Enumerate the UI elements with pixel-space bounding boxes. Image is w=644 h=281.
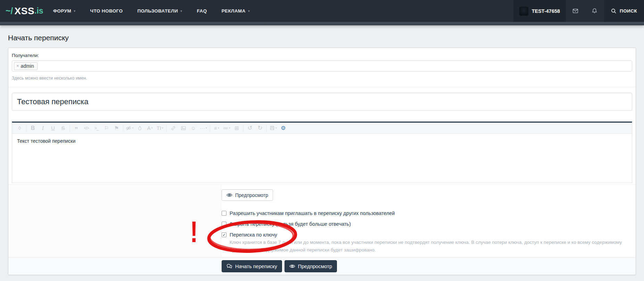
toolbar-separator (166, 125, 167, 131)
align-button[interactable]: ≡ ▾ (212, 124, 222, 133)
link-button[interactable] (168, 124, 178, 133)
align-icon: ≡ (214, 125, 217, 131)
top-navbar: ~/ XSS .is ФОРУМ ▾ ЧТО НОВОГО ПОЛЬЗОВАТЕ… (0, 0, 644, 22)
recipients-input[interactable]: × admin (12, 60, 632, 72)
recipient-token[interactable]: × admin (14, 62, 38, 70)
preview-button[interactable]: Предпросмотр (222, 189, 273, 201)
font-color-icon: A (147, 125, 150, 131)
navbar-right: TEST-47658 ПОИСК (513, 0, 644, 22)
menu-label: ПОЛЬЗОВАТЕЛИ (137, 8, 178, 14)
droplet-icon (137, 125, 142, 131)
search-icon (611, 8, 617, 14)
spoiler-button[interactable]: ▾ (125, 124, 135, 133)
footer-preview-button[interactable]: Предпросмотр (284, 260, 337, 272)
underline-icon[interactable]: U (48, 124, 58, 133)
conversation-title-input[interactable] (12, 93, 632, 111)
key-conversation-checkbox-row[interactable]: ✓ Переписка по ключу (222, 232, 629, 238)
chat-bubbles-icon (226, 263, 232, 269)
floppy-icon (270, 125, 275, 131)
options-section: Предпросмотр Разрешить участникам пригла… (8, 184, 636, 257)
username: TEST-47658 (532, 8, 560, 14)
font-color-button[interactable]: A ▾ (145, 124, 155, 133)
eye-slash-icon (126, 125, 131, 131)
menu-label: РЕКЛАМА (222, 8, 246, 14)
recipients-help: Здесь можно ввести несколько имен. (12, 76, 632, 81)
menu-item-forum[interactable]: ФОРУМ ▾ (53, 8, 76, 14)
conversation-form: Получатели: × admin Здесь можно ввести н… (8, 48, 636, 275)
menu-item-ads[interactable]: РЕКЛАМА ▾ (222, 8, 250, 14)
options-label-column (8, 185, 221, 257)
main-menu: ФОРУМ ▾ ЧТО НОВОГО ПОЛЬЗОВАТЕЛИ ▾ FAQ РЕ… (53, 0, 250, 22)
checkbox-label: Разрешить участникам приглашать в перепи… (230, 210, 395, 216)
chevron-down-icon: ▾ (248, 9, 250, 13)
strikethrough-icon[interactable]: S (58, 124, 68, 133)
user-menu[interactable]: TEST-47658 (513, 0, 566, 22)
table-icon[interactable]: ⊞ (232, 124, 242, 133)
chevron-down-icon: ▾ (180, 9, 182, 13)
image-icon (181, 125, 186, 131)
toolbar-separator (266, 125, 267, 131)
quote-icon[interactable]: ” (71, 124, 81, 133)
chevron-down-icon: ▾ (218, 126, 219, 130)
message-body-input[interactable]: Текст тестовой переписки (12, 134, 632, 183)
chevron-down-icon: ▾ (74, 9, 75, 13)
editor-toolbar: ◊ B I U S ” </> >_ ⚐ ⚑ ▾ (12, 123, 632, 134)
drafts-button[interactable]: ▾ (268, 124, 278, 133)
list-icon: ≔ (223, 125, 228, 131)
italic-icon[interactable]: I (38, 124, 48, 133)
preview-button-label: Предпросмотр (235, 192, 268, 198)
settings-gear-icon[interactable]: ⚙ (278, 124, 288, 133)
menu-item-faq[interactable]: FAQ (197, 8, 207, 14)
menu-item-members[interactable]: ПОЛЬЗОВАТЕЛИ ▾ (137, 8, 182, 14)
start-button-label: Начать переписку (235, 264, 277, 269)
chevron-down-icon: ▾ (162, 126, 163, 130)
remove-format-icon[interactable]: ◊ (15, 124, 25, 133)
checkbox-checked[interactable]: ✓ (222, 232, 226, 237)
more-options-button[interactable]: ··· ▾ (198, 124, 208, 133)
toolbar-separator (123, 125, 123, 131)
remove-token-icon[interactable]: × (16, 63, 19, 68)
inline-code-icon[interactable]: >_ (91, 124, 101, 133)
undo-icon[interactable]: ↺ (245, 124, 255, 133)
site-logo[interactable]: ~/ XSS .is (0, 0, 53, 22)
recipients-section: Получатели: × admin Здесь можно ввести н… (8, 48, 636, 87)
conversations-button[interactable] (566, 0, 585, 22)
bold-icon[interactable]: B (28, 124, 38, 133)
checkbox-label: Закрыть переписку (нельзя будет больше о… (230, 221, 351, 227)
logo-suffix: .is (34, 6, 43, 16)
chevron-down-icon: ▾ (206, 126, 207, 130)
checkbox-unchecked[interactable] (222, 222, 226, 226)
page-title: Начать переписку (8, 34, 644, 42)
menu-item-whats-new[interactable]: ЧТО НОВОГО (90, 8, 123, 14)
lock-conversation-checkbox-row[interactable]: Закрыть переписку (нельзя будет больше о… (222, 221, 629, 227)
search-label: ПОИСК (620, 8, 637, 14)
start-conversation-button[interactable]: Начать переписку (222, 260, 282, 272)
checkbox-unchecked[interactable] (222, 211, 226, 216)
chevron-down-icon: ▾ (151, 126, 153, 130)
alerts-button[interactable] (585, 0, 604, 22)
image-button[interactable] (178, 124, 188, 133)
allow-invite-checkbox-row[interactable]: Разрешить участникам приглашать в перепи… (222, 210, 629, 216)
smile-icon[interactable]: ☺ (188, 124, 198, 133)
redo-icon[interactable]: ↻ (255, 124, 265, 133)
logo-tilde: ~/ (6, 6, 13, 16)
link-icon (171, 125, 176, 131)
list-button[interactable]: ≔ ▾ (222, 124, 232, 133)
message-editor: ◊ B I U S ” </> >_ ⚐ ⚑ ▾ (12, 122, 632, 183)
text-size-button[interactable]: TI ▾ (155, 124, 165, 133)
key-conversation-description: Ключ хранится в базе 7 дней или до момен… (230, 239, 629, 254)
code-icon[interactable]: </> (81, 124, 91, 133)
toolbar-separator (69, 125, 70, 131)
chevron-down-icon: ▾ (275, 126, 277, 130)
title-section (8, 87, 636, 122)
eye-icon (289, 263, 295, 269)
ellipsis-icon: ··· (200, 125, 205, 131)
flag-checkered-icon[interactable]: ⚑ (112, 124, 122, 133)
flag-icon[interactable]: ⚐ (101, 124, 112, 133)
search-button[interactable]: ПОИСК (604, 0, 644, 22)
chevron-down-icon: ▾ (132, 126, 133, 130)
eye-icon (226, 192, 232, 198)
color-drop-button[interactable] (135, 124, 145, 133)
text-size-icon: TI (157, 125, 161, 131)
sub-navbar (0, 22, 644, 25)
